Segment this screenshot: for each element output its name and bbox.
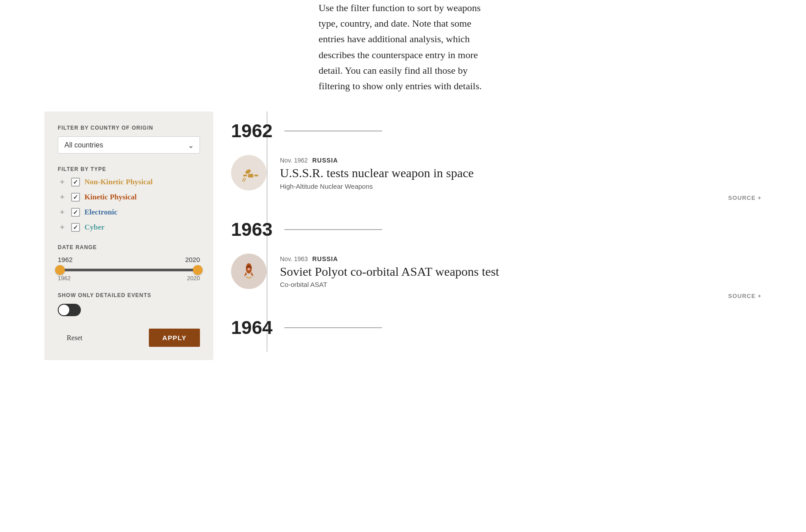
event-subtitle-1: Co-orbital ASAT bbox=[280, 281, 762, 288]
event-title-1: Soviet Polyot co-orbital ASAT weapons te… bbox=[280, 264, 762, 279]
svg-rect-4 bbox=[243, 175, 247, 176]
svg-point-1 bbox=[244, 169, 251, 175]
slider-thumb-right[interactable] bbox=[193, 265, 203, 275]
event-title-0: U.S.S.R. tests nuclear weapon in space bbox=[280, 166, 762, 181]
event-item-1: Nov. 1963 RUSSIA Soviet Polyot co-orbita… bbox=[231, 254, 762, 300]
event-date-0: Nov. 1962 bbox=[280, 157, 308, 164]
reset-button[interactable]: Reset bbox=[58, 330, 92, 346]
slider-label-end: 2020 bbox=[187, 275, 200, 282]
rocket-icon bbox=[238, 260, 260, 282]
type-filter-label: FILTER BY TYPE bbox=[58, 166, 200, 172]
date-end-value: 2020 bbox=[185, 256, 200, 263]
event-content-1: Nov. 1963 RUSSIA Soviet Polyot co-orbita… bbox=[280, 254, 762, 300]
type-item-non-kinetic: + Non-Kinetic Physical bbox=[58, 178, 200, 187]
year-marker-1962: 1962 bbox=[231, 120, 762, 142]
checkbox-kinetic[interactable] bbox=[71, 193, 80, 202]
event-meta-1: Nov. 1963 RUSSIA bbox=[280, 255, 762, 262]
year-tick-1964 bbox=[284, 327, 382, 328]
year-label-1962: 1962 bbox=[231, 120, 284, 142]
expand-non-kinetic-button[interactable]: + bbox=[58, 178, 67, 187]
satellite-beam-icon bbox=[238, 162, 260, 184]
type-label-electronic[interactable]: Electronic bbox=[84, 208, 117, 217]
slider-label-start: 1962 bbox=[58, 275, 71, 282]
year-label-1963: 1963 bbox=[231, 219, 284, 240]
intro-text: Use the filter function to sort by weapo… bbox=[230, 0, 576, 94]
type-label-kinetic[interactable]: Kinetic Physical bbox=[84, 193, 137, 202]
event-country-0: RUSSIA bbox=[312, 157, 338, 164]
checkbox-non-kinetic[interactable] bbox=[71, 178, 80, 187]
country-filter-label: FILTER BY COUNTRY OF ORIGIN bbox=[58, 125, 200, 131]
year-tick-1963 bbox=[284, 229, 382, 230]
event-date-1: Nov. 1963 bbox=[280, 255, 308, 262]
year-marker-1963: 1963 bbox=[231, 219, 762, 240]
event-content-0: Nov. 1962 RUSSIA U.S.S.R. tests nuclear … bbox=[280, 155, 762, 201]
type-label-non-kinetic[interactable]: Non-Kinetic Physical bbox=[84, 178, 152, 187]
filter-box: FILTER BY COUNTRY OF ORIGIN All countrie… bbox=[44, 111, 213, 360]
svg-point-9 bbox=[250, 276, 252, 278]
country-select-wrapper: All countries ⌄ bbox=[58, 136, 200, 154]
filter-panel: FILTER BY COUNTRY OF ORIGIN All countrie… bbox=[44, 111, 213, 360]
svg-rect-5 bbox=[255, 175, 258, 176]
toggle-knob bbox=[59, 305, 69, 315]
event-item-0: Nov. 1962 RUSSIA U.S.S.R. tests nuclear … bbox=[231, 155, 762, 201]
type-item-kinetic: + Kinetic Physical bbox=[58, 193, 200, 202]
apply-button[interactable]: APPLY bbox=[149, 329, 200, 347]
source-link-1[interactable]: SOURCE + bbox=[280, 293, 762, 299]
button-row: Reset APPLY bbox=[58, 329, 200, 347]
date-start-value: 1962 bbox=[58, 256, 72, 263]
source-link-0[interactable]: SOURCE + bbox=[280, 195, 762, 201]
checkbox-cyber[interactable] bbox=[71, 223, 80, 232]
expand-cyber-button[interactable]: + bbox=[58, 223, 67, 232]
country-select[interactable]: All countries bbox=[58, 136, 200, 154]
svg-point-11 bbox=[248, 268, 250, 270]
expand-kinetic-button[interactable]: + bbox=[58, 193, 67, 202]
date-range-section: DATE RANGE 1962 2020 1962 2020 bbox=[58, 244, 200, 282]
expand-electronic-button[interactable]: + bbox=[58, 208, 67, 217]
detailed-events-toggle[interactable] bbox=[58, 304, 81, 316]
detailed-events-label: SHOW ONLY DETAILED EVENTS bbox=[58, 292, 200, 298]
toggle-wrapper bbox=[58, 304, 200, 316]
type-filter-section: FILTER BY TYPE + Non-Kinetic Physical + … bbox=[58, 166, 200, 232]
slider-fill bbox=[58, 269, 200, 271]
type-label-cyber[interactable]: Cyber bbox=[84, 223, 104, 232]
date-range-label: DATE RANGE bbox=[58, 244, 200, 250]
event-country-1: RUSSIA bbox=[312, 255, 338, 262]
slider-thumb-left[interactable] bbox=[55, 265, 65, 275]
event-subtitle-0: High-Altitude Nuclear Weapons bbox=[280, 183, 762, 190]
type-item-electronic: + Electronic bbox=[58, 208, 200, 217]
timeline-panel: 1962 bbox=[231, 111, 762, 352]
svg-rect-0 bbox=[248, 174, 253, 178]
event-icon-circle-0 bbox=[231, 155, 267, 191]
event-meta-0: Nov. 1962 RUSSIA bbox=[280, 157, 762, 164]
year-tick-1962 bbox=[284, 131, 382, 131]
type-item-cyber: + Cyber bbox=[58, 223, 200, 232]
date-slider-track[interactable] bbox=[58, 269, 200, 271]
year-label-1964: 1964 bbox=[231, 317, 284, 338]
detailed-events-section: SHOW ONLY DETAILED EVENTS bbox=[58, 292, 200, 316]
year-marker-1964: 1964 bbox=[231, 317, 762, 338]
event-icon-circle-1 bbox=[231, 254, 267, 289]
checkbox-electronic[interactable] bbox=[71, 208, 80, 217]
